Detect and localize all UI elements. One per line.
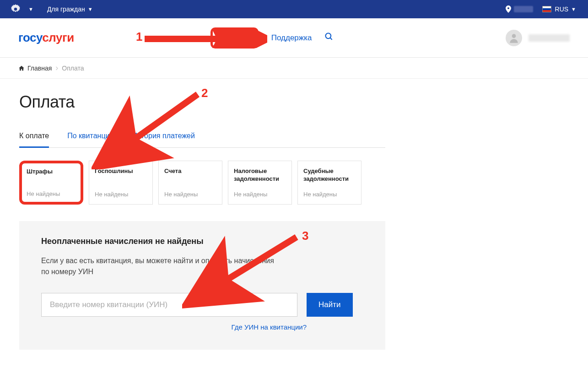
svg-point-3: [512, 34, 516, 38]
nav-payment[interactable]: Оплата: [210, 27, 258, 49]
language-label: RUS: [555, 5, 569, 13]
chevron-down-icon: ▼: [571, 6, 576, 12]
svg-line-2: [330, 38, 332, 40]
search-icon[interactable]: [324, 32, 334, 43]
panel-heading: Неоплаченные начисления не найдены: [41, 237, 363, 246]
uin-hint-link[interactable]: Где УИН на квитанции?: [232, 323, 307, 331]
nav-support[interactable]: Поддержка: [271, 33, 312, 43]
panel-text: Если у вас есть квитанция, вы можете най…: [41, 255, 279, 277]
location-selector[interactable]: [506, 5, 533, 13]
main-nav: Услуги Оплата Поддержка: [174, 27, 334, 49]
breadcrumb-separator: ›: [55, 63, 58, 73]
page-content: Оплата К оплате По квитанции История пла…: [0, 79, 588, 363]
chevron-down-icon[interactable]: ▼: [28, 6, 33, 12]
audience-label: Для граждан: [47, 5, 85, 13]
find-button[interactable]: Найти: [307, 293, 353, 317]
language-selector[interactable]: RUS ▼: [542, 5, 579, 13]
site-logo[interactable]: госуслуги: [18, 31, 74, 45]
card-bills[interactable]: Счета Не найдены: [158, 161, 222, 205]
username: [529, 34, 570, 42]
unpaid-panel: Неоплаченные начисления не найдены Если …: [19, 221, 385, 350]
location-value: [514, 6, 533, 12]
payment-tabs: К оплате По квитанции История платежей: [19, 132, 385, 148]
audience-selector[interactable]: Для граждан ▼: [47, 5, 96, 13]
main-header: госуслуги Услуги Оплата Поддержка: [0, 18, 588, 58]
avatar-icon: [506, 30, 522, 46]
page-title: Оплата: [19, 92, 569, 112]
tab-to-pay[interactable]: К оплате: [19, 132, 49, 148]
breadcrumb: Главная › Оплата: [0, 58, 588, 79]
tab-history[interactable]: История платежей: [132, 132, 194, 147]
uin-input[interactable]: [41, 293, 297, 317]
card-court-debts[interactable]: Судебные задолженности Не найдены: [297, 161, 361, 205]
uin-hint-row: Где УИН на квитанции?: [41, 323, 307, 331]
payment-cards: Штрафы Не найдены Госпошлины Не найдены …: [19, 161, 569, 205]
card-fines[interactable]: Штрафы Не найдены: [19, 161, 83, 205]
svg-point-0: [14, 8, 17, 11]
svg-point-1: [326, 33, 331, 39]
tab-by-receipt[interactable]: По квитанции: [67, 132, 113, 147]
breadcrumb-current: Оплата: [62, 65, 84, 72]
gov-topbar: ▼ Для граждан ▼ RUS ▼: [0, 0, 588, 18]
card-duties[interactable]: Госпошлины Не найдены: [89, 161, 153, 205]
home-icon: [18, 65, 25, 71]
uin-search-row: Найти: [41, 293, 363, 317]
chevron-down-icon: ▼: [88, 6, 93, 12]
flag-icon: [542, 6, 551, 12]
emblem-icon: [9, 3, 22, 16]
card-tax-debts[interactable]: Налоговые задолженности Не найдены: [228, 161, 292, 205]
user-block[interactable]: [506, 30, 570, 46]
breadcrumb-home[interactable]: Главная: [18, 65, 52, 72]
pin-icon: [506, 5, 511, 13]
